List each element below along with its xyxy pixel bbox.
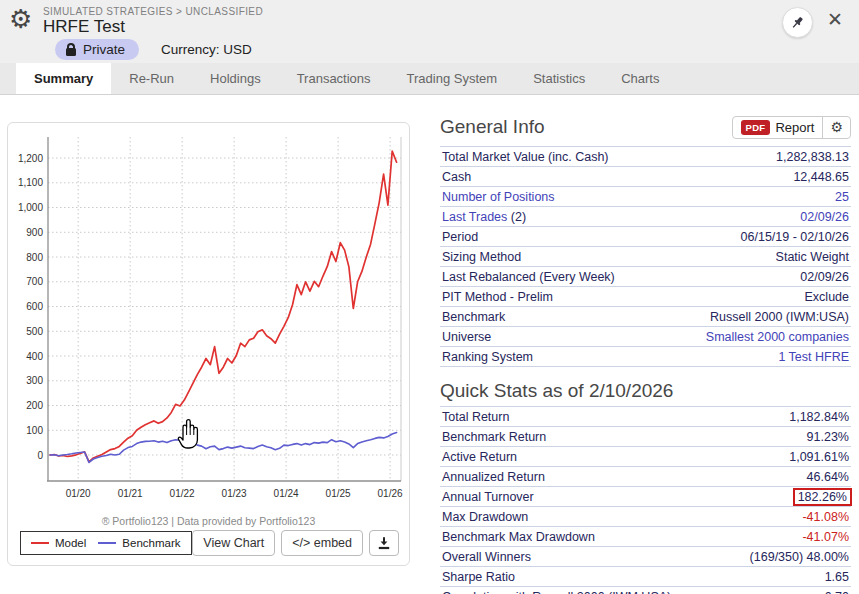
svg-text:900: 900 — [26, 227, 43, 238]
stat-row-value: 182.26% — [793, 488, 852, 506]
svg-text:300: 300 — [26, 375, 43, 386]
info-row-value[interactable]: 1 Test HFRE — [778, 350, 849, 364]
stat-row-label: Sharpe Ratio — [442, 570, 515, 584]
stat-row-value: 46.64% — [807, 470, 849, 484]
info-row-label: Benchmark — [442, 310, 505, 324]
info-row: Ranking System 1 Test HFRE — [440, 347, 851, 367]
svg-text:01/26: 01/26 — [378, 488, 403, 499]
info-row-label: Ranking System — [442, 350, 533, 364]
tab[interactable]: Transactions — [279, 63, 389, 94]
performance-chart-panel: 01002003004005006007008009001,0001,1001,… — [7, 122, 410, 566]
stat-row-label: Correlation with Russell 2000 (IWM:USA) — [442, 590, 671, 594]
legend-item: Benchmark — [98, 537, 180, 549]
legend-label: Benchmark — [122, 537, 180, 549]
info-row-label: PIT Method - Prelim — [442, 290, 553, 304]
info-row: Sizing Method Static Weight — [440, 247, 851, 267]
settings-gear-icon[interactable]: ⚙ — [9, 6, 32, 32]
info-row-value: Exclude — [805, 290, 849, 304]
stat-row-value: 0.70 — [825, 590, 849, 594]
chart-legend: Model Benchmark — [20, 531, 192, 555]
svg-text:1,200: 1,200 — [18, 153, 43, 164]
svg-text:0: 0 — [37, 450, 43, 461]
svg-text:600: 600 — [26, 301, 43, 312]
tab-label: Summary — [34, 71, 93, 86]
info-row-suffix: (2) — [507, 210, 526, 224]
privacy-badge[interactable]: Private — [55, 39, 139, 60]
embed-button[interactable]: </> embed — [281, 530, 363, 556]
pushpin-icon — [790, 15, 806, 31]
info-row: Universe Smallest 2000 companies — [440, 327, 851, 347]
stat-row-label: Annual Turnover — [442, 490, 534, 504]
info-row-label[interactable]: Number of Positions — [442, 190, 555, 204]
download-button[interactable] — [369, 530, 399, 556]
lock-icon — [66, 48, 76, 56]
download-icon — [377, 536, 391, 550]
info-row: Number of Positions 25 — [440, 187, 851, 207]
info-row-value: 02/09/26 — [800, 270, 849, 284]
info-row-value[interactable]: 25 — [835, 190, 849, 204]
svg-text:700: 700 — [26, 276, 43, 287]
view-chart-button[interactable]: View Chart — [192, 530, 275, 556]
close-icon[interactable]: ✕ — [827, 8, 843, 31]
tab-label: Trading System — [407, 71, 498, 86]
report-button-group: PDF Report ⚙ — [732, 116, 852, 139]
info-row-label: Period — [442, 230, 478, 244]
stat-row-label: Benchmark Max Drawdown — [442, 530, 595, 544]
currency-label: Currency: USD — [161, 42, 252, 57]
info-row-label: Sizing Method — [442, 250, 521, 264]
stat-row-value: -41.08% — [802, 510, 849, 524]
stat-row-label: Total Return — [442, 410, 509, 424]
stat-row-label: Benchmark Return — [442, 430, 546, 444]
svg-text:01/24: 01/24 — [274, 488, 299, 499]
stat-row-value: 91.23% — [807, 430, 849, 444]
breadcrumb: SIMULATED STRATEGIES > UNCLASSIFIED — [43, 6, 263, 17]
svg-text:100: 100 — [26, 425, 43, 436]
info-row-value[interactable]: Smallest 2000 companies — [706, 330, 849, 344]
svg-text:01/22: 01/22 — [170, 488, 195, 499]
tab[interactable]: Charts — [603, 63, 677, 94]
svg-text:01/20: 01/20 — [66, 488, 91, 499]
svg-text:400: 400 — [26, 351, 43, 362]
svg-text:1,100: 1,100 — [18, 177, 43, 188]
svg-text:200: 200 — [26, 400, 43, 411]
tab-label: Transactions — [297, 71, 371, 86]
pin-button[interactable] — [782, 7, 813, 38]
info-row-label: Total Market Value (inc. Cash) — [442, 150, 609, 164]
legend-item: Model — [31, 537, 86, 549]
tab[interactable]: Statistics — [515, 63, 603, 94]
info-row: Period 06/15/19 - 02/10/26 — [440, 227, 851, 247]
info-row: Last Rebalanced (Every Week) 02/09/26 — [440, 267, 851, 287]
info-row-value: 1,282,838.13 — [776, 150, 849, 164]
quick-stats-title: Quick Stats as of 2/10/2026 — [440, 380, 851, 402]
stat-row-value: 1,091.61% — [789, 450, 849, 464]
stat-row: Benchmark Max Drawdown -41.07% — [440, 527, 851, 547]
pdf-report-button[interactable]: PDF Report — [733, 117, 823, 138]
info-row-value[interactable]: 02/09/26 — [800, 210, 849, 224]
svg-text:01/23: 01/23 — [222, 488, 247, 499]
general-info-table: Total Market Value (inc. Cash) 1,282,838… — [440, 146, 851, 367]
legend-label: Model — [55, 537, 86, 549]
stat-row: Total Return 1,182.84% — [440, 407, 851, 427]
stat-row-label: Active Return — [442, 450, 517, 464]
legend-line-swatch — [31, 542, 49, 544]
general-info-title: General Info — [440, 116, 545, 138]
info-row: PIT Method - Prelim Exclude — [440, 287, 851, 307]
stat-row: Correlation with Russell 2000 (IWM:USA) … — [440, 587, 851, 594]
stat-row: Annualized Return 46.64% — [440, 467, 851, 487]
stat-row-value: (169/350) 48.00% — [750, 550, 849, 564]
tab[interactable]: Holdings — [192, 63, 279, 94]
svg-text:1,000: 1,000 — [18, 202, 43, 213]
tab-label: Re-Run — [129, 71, 174, 86]
report-settings-gear-icon[interactable]: ⚙ — [822, 117, 850, 138]
tab[interactable]: Summary — [16, 63, 111, 94]
stat-row-value: 1.65 — [825, 570, 849, 584]
privacy-badge-label: Private — [83, 42, 125, 57]
stat-row-label: Overall Winners — [442, 550, 531, 564]
svg-text:01/25: 01/25 — [326, 488, 351, 499]
info-row-label[interactable]: Last Trades — [442, 210, 507, 224]
tab[interactable]: Trading System — [389, 63, 516, 94]
stat-row: Active Return 1,091.61% — [440, 447, 851, 467]
performance-chart-svg[interactable]: 01002003004005006007008009001,0001,1001,… — [12, 129, 407, 515]
tab[interactable]: Re-Run — [111, 63, 192, 94]
page-title: HRFE Test — [43, 17, 125, 37]
